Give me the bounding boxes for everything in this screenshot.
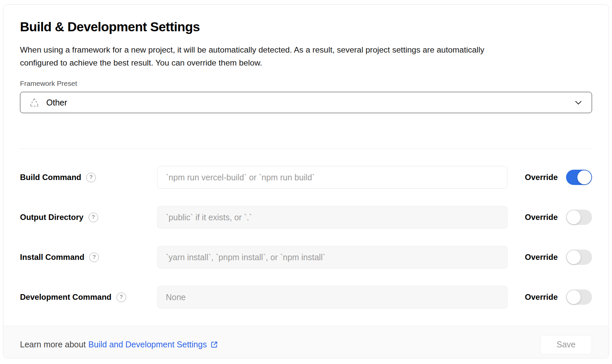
- build-settings-card: Build & Development Settings When using …: [3, 4, 609, 358]
- framework-preset-select[interactable]: Other: [20, 92, 592, 113]
- override-label: Override: [525, 213, 558, 222]
- build-command-label-group: Build Command: [20, 173, 157, 182]
- build-command-row: Build Command Override: [20, 166, 592, 189]
- section-divider: [20, 148, 592, 149]
- output-directory-input[interactable]: [157, 206, 507, 229]
- output-directory-override-toggle[interactable]: [566, 210, 592, 225]
- help-circle-icon[interactable]: [117, 292, 126, 302]
- install-command-override-toggle[interactable]: [566, 250, 592, 265]
- build-command-override-group: Override: [525, 170, 592, 185]
- external-link-icon: [210, 340, 218, 349]
- development-command-input[interactable]: [157, 286, 507, 308]
- install-command-label: Install Command: [20, 253, 84, 262]
- output-directory-label: Output Directory: [20, 213, 84, 222]
- toggle-knob: [567, 250, 581, 264]
- output-directory-override-group: Override: [525, 210, 592, 225]
- card-body: Build & Development Settings When using …: [3, 5, 609, 326]
- development-command-row: Development Command Override: [20, 286, 592, 308]
- install-command-override-group: Override: [525, 250, 592, 265]
- output-directory-label-group: Output Directory: [20, 213, 157, 222]
- help-circle-icon[interactable]: [89, 213, 98, 222]
- page-title: Build & Development Settings: [20, 19, 592, 35]
- learn-more-prefix: Learn more about: [20, 340, 86, 349]
- chevron-down-icon: [574, 98, 583, 107]
- learn-more-text: Learn more about Build and Development S…: [20, 340, 218, 349]
- toggle-knob: [577, 170, 591, 184]
- save-button[interactable]: Save: [540, 335, 592, 354]
- override-label: Override: [525, 253, 558, 262]
- dashed-triangle-icon: [29, 97, 40, 107]
- override-label: Override: [525, 292, 558, 302]
- framework-preset-value: Other: [46, 98, 67, 107]
- development-command-label: Development Command: [20, 292, 112, 302]
- output-directory-row: Output Directory Override: [20, 206, 592, 229]
- development-command-override-group: Override: [525, 289, 592, 305]
- framework-preset-label: Framework Preset: [20, 79, 592, 88]
- override-label: Override: [525, 173, 558, 182]
- development-command-label-group: Development Command: [20, 292, 157, 302]
- card-footer: Learn more about Build and Development S…: [3, 326, 609, 358]
- build-settings-doc-link[interactable]: Build and Development Settings: [88, 340, 218, 349]
- development-command-override-toggle[interactable]: [566, 289, 592, 305]
- build-command-override-toggle[interactable]: [566, 170, 592, 185]
- help-circle-icon[interactable]: [89, 253, 99, 262]
- build-command-label: Build Command: [20, 173, 81, 182]
- toggle-knob: [567, 290, 581, 304]
- install-command-row: Install Command Override: [20, 246, 592, 269]
- build-command-input[interactable]: [157, 166, 507, 189]
- doc-link-label: Build and Development Settings: [88, 340, 207, 349]
- help-circle-icon[interactable]: [86, 173, 96, 182]
- card-description: When using a framework for a new project…: [20, 43, 523, 69]
- settings-rows: Build Command Override Output Directory …: [20, 166, 592, 308]
- install-command-label-group: Install Command: [20, 253, 157, 262]
- install-command-input[interactable]: [157, 246, 507, 269]
- toggle-knob: [567, 210, 581, 224]
